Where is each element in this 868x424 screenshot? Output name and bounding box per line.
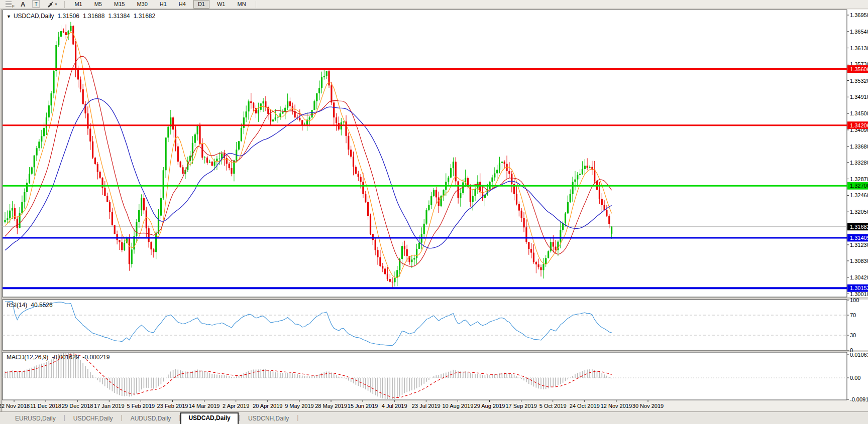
svg-text:23 Feb 2019: 23 Feb 2019 [157, 403, 188, 409]
svg-text:1.35606: 1.35606 [850, 66, 868, 72]
svg-text:1.32050: 1.32050 [850, 209, 868, 215]
chart-tab-bar: EURUSD,Daily|USDCHF,Daily|AUDUSD,Daily|U… [0, 411, 868, 424]
svg-text:0.010615: 0.010615 [850, 352, 868, 358]
rsi-value: 40.5526 [31, 302, 52, 309]
timeframe-group: M1M5M15M30H1H4D1W1MN [70, 0, 250, 9]
rsi-panel[interactable] [3, 300, 847, 350]
macd-signal-value: -0.000219 [82, 354, 110, 361]
svg-text:29 Aug 2019: 29 Aug 2019 [474, 403, 505, 409]
svg-text:5 Oct 2019: 5 Oct 2019 [539, 403, 567, 409]
panel-splitter[interactable] [0, 297, 868, 300]
svg-text:20 Apr 2019: 20 Apr 2019 [253, 403, 282, 409]
svg-text:4 Jul 2019: 4 Jul 2019 [382, 403, 407, 409]
svg-text:17 Sep 2019: 17 Sep 2019 [505, 403, 536, 409]
timeframe-m15[interactable]: M15 [110, 0, 129, 9]
text-box-icon[interactable]: T [30, 1, 42, 8]
rsi-label: RSI(14)40.5526 [7, 302, 56, 309]
high-value: 1.31688 [83, 13, 104, 20]
panel-splitter[interactable] [0, 350, 868, 352]
svg-text:15 Jun 2019: 15 Jun 2019 [348, 403, 378, 409]
price-badge: 1.35606 [847, 65, 868, 73]
toolbar-separator [64, 1, 65, 8]
svg-text:-0.009181: -0.009181 [850, 396, 868, 402]
symbol-label: USDCAD,Daily [14, 13, 54, 20]
text-label-icon[interactable]: A [18, 1, 28, 8]
tab-usdchf[interactable]: USDCHF,Daily [65, 413, 121, 424]
svg-text:22 Nov 2018: 22 Nov 2018 [0, 403, 30, 409]
svg-text:29 Dec 2018: 29 Dec 2018 [62, 403, 93, 409]
svg-text:1.30420: 1.30420 [850, 274, 868, 280]
svg-text:30: 30 [850, 332, 856, 338]
svg-text:5 Feb 2019: 5 Feb 2019 [127, 403, 155, 409]
timeframe-d1[interactable]: D1 [193, 0, 209, 9]
svg-text:1.33280: 1.33280 [850, 160, 868, 166]
chart-title: ▼USDCAD,Daily1.315061.316881.313841.3168… [7, 13, 159, 20]
svg-text:1.34206: 1.34206 [850, 122, 868, 128]
svg-text:1.30830: 1.30830 [850, 258, 868, 264]
rsi-name: RSI(14) [7, 302, 27, 309]
svg-text:28 May 2019: 28 May 2019 [315, 403, 347, 409]
arrows-icon [47, 2, 54, 8]
price-badge: 1.32700 [847, 182, 868, 190]
svg-text:70: 70 [850, 312, 856, 318]
svg-text:1.33680: 1.33680 [850, 144, 868, 150]
low-value: 1.31384 [108, 13, 130, 20]
timeframe-h4[interactable]: H4 [174, 0, 190, 9]
svg-text:0.00: 0.00 [850, 375, 860, 381]
svg-text:30 Nov 2019: 30 Nov 2019 [632, 403, 664, 409]
svg-text:1.31230: 1.31230 [850, 242, 868, 248]
bid-price-badge: 1.31682 [847, 223, 868, 230]
window-left-edge [0, 9, 3, 411]
svg-text:9 May 2019: 9 May 2019 [285, 403, 313, 409]
top-toolbar: F A T ▾ M1M5M15M30H1H4D1W1MN [0, 0, 868, 9]
svg-text:1.36540: 1.36540 [850, 29, 868, 35]
collapse-arrow-icon: ▼ [7, 14, 11, 19]
svg-text:1.35320: 1.35320 [850, 78, 868, 84]
tab-audusd[interactable]: AUDUSD,Daily [123, 413, 179, 424]
timeframe-h1[interactable]: H1 [155, 0, 171, 9]
svg-text:1.32460: 1.32460 [850, 192, 868, 198]
timeframe-mn[interactable]: MN [233, 0, 250, 9]
svg-text:24 Oct 2019: 24 Oct 2019 [570, 403, 600, 409]
grid-icon: F [6, 2, 14, 7]
grid-f-icon[interactable]: F [3, 1, 16, 8]
svg-text:23 Jul 2019: 23 Jul 2019 [412, 403, 441, 409]
chevron-down-icon: ▾ [55, 2, 57, 7]
timeframe-m5[interactable]: M5 [90, 0, 106, 9]
svg-text:10 Aug 2019: 10 Aug 2019 [443, 403, 474, 409]
close-value: 1.31682 [134, 13, 155, 20]
svg-text:17 Jan 2019: 17 Jan 2019 [94, 403, 125, 409]
svg-text:12 Nov 2019: 12 Nov 2019 [601, 403, 632, 409]
shapes-dropdown[interactable]: ▾ [44, 1, 59, 8]
svg-text:1.30152: 1.30152 [850, 285, 868, 291]
svg-text:14 Mar 2019: 14 Mar 2019 [189, 403, 220, 409]
svg-text:100: 100 [850, 297, 859, 303]
svg-text:1.34910: 1.34910 [850, 94, 868, 100]
timeframe-m1[interactable]: M1 [70, 0, 86, 9]
toolbar-separator [256, 1, 256, 8]
timeframe-w1[interactable]: W1 [212, 0, 230, 9]
svg-text:1.31682: 1.31682 [850, 224, 868, 230]
tab-eurusd[interactable]: EURUSD,Daily [7, 413, 64, 424]
tab-usdcnh[interactable]: USDCNH,Daily [240, 413, 297, 424]
svg-text:1.36130: 1.36130 [850, 45, 868, 51]
price-badge: 1.34206 [847, 121, 868, 129]
svg-text:1.34500: 1.34500 [850, 110, 868, 116]
svg-text:2 Apr 2019: 2 Apr 2019 [223, 403, 249, 409]
macd-main-value: -0.001629 [52, 354, 79, 361]
tab-usdcad[interactable]: USDCAD,Daily [180, 412, 238, 424]
open-value: 1.31506 [58, 13, 79, 20]
svg-text:1.31405: 1.31405 [850, 235, 868, 241]
svg-text:1.36950: 1.36950 [850, 12, 868, 18]
price-badge: 1.30152 [847, 285, 868, 292]
macd-name: MACD(12,26,9) [7, 354, 48, 361]
chart-canvas[interactable]: 1.369501.365401.361301.357301.353201.349… [0, 0, 868, 424]
svg-text:11 Dec 2018: 11 Dec 2018 [30, 403, 61, 409]
timeframe-m30[interactable]: M30 [132, 0, 152, 9]
svg-text:1.32870: 1.32870 [850, 176, 868, 182]
macd-label: MACD(12,26,9)-0.001629-0.000219 [7, 354, 113, 361]
tab-separator: | [297, 414, 298, 422]
price-badge: 1.31405 [847, 234, 868, 241]
svg-text:1.32700: 1.32700 [850, 183, 868, 189]
